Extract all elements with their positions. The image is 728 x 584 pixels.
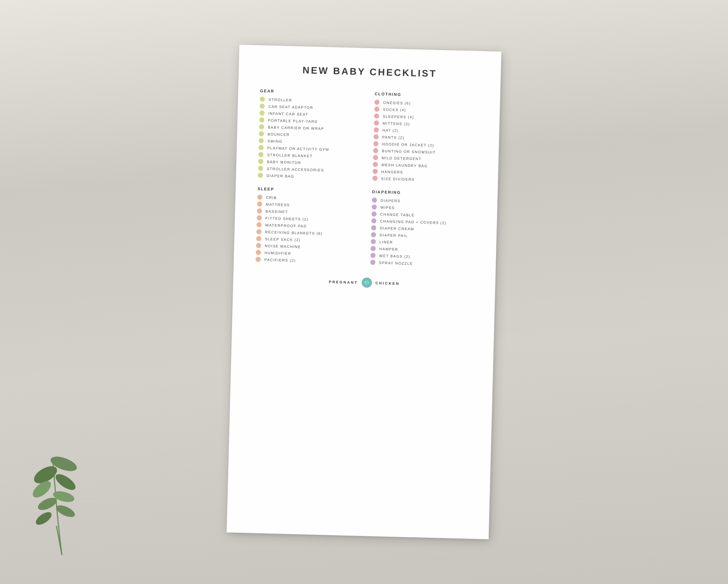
- checkbox-dot: [259, 117, 264, 122]
- checkbox-dot: [370, 253, 375, 258]
- list-item: PLAYMAT OR ACTIVITY GYM: [258, 145, 362, 153]
- clothing-list: ONESIES (6) SOCKS (4) SLEEPERS (4) MITTE…: [372, 100, 478, 184]
- list-item: DIAPER PAIL: [371, 232, 475, 240]
- item-label: HUMIDIFIER: [265, 250, 292, 255]
- right-column: CLOTHING ONESIES (6) SOCKS (4) SLEEPERS …: [370, 92, 478, 269]
- checkbox-dot: [372, 197, 377, 202]
- list-item: CRIB: [257, 194, 361, 202]
- checkbox-dot: [371, 211, 376, 216]
- brand-icon: [361, 277, 372, 288]
- checkbox-dot: [257, 222, 262, 227]
- item-label: BOUNCER: [268, 132, 290, 137]
- item-label: LINER: [379, 240, 393, 244]
- item-label: HANGERS: [381, 170, 403, 174]
- checkbox-dot: [257, 194, 262, 200]
- checkbox-dot: [260, 110, 265, 115]
- item-label: PORTABLE PLAY-YARD: [268, 118, 318, 123]
- checkbox-dot: [373, 141, 378, 146]
- list-item: SWING: [259, 138, 363, 146]
- item-label: INFANT CAR SEAT: [268, 111, 308, 116]
- checkbox-dot: [371, 232, 376, 237]
- columns-container: GEAR STROLLER CAR SEAT ADAPTOR INFANT CA…: [256, 88, 478, 269]
- gear-list: STROLLER CAR SEAT ADAPTOR INFANT CAR SEA…: [258, 96, 364, 180]
- list-item: SPRAY NOZZLE: [370, 260, 474, 267]
- checkbox-dot: [371, 239, 376, 244]
- checkbox-dot: [256, 229, 261, 234]
- checkbox-dot: [373, 169, 378, 174]
- svg-point-3: [53, 471, 78, 493]
- checkbox-dot: [373, 134, 379, 139]
- footer-text-right: CHICKEN: [375, 281, 400, 285]
- checkbox-dot: [258, 173, 263, 178]
- list-item: BASSINET: [257, 208, 361, 216]
- checkbox-dot: [257, 215, 262, 220]
- item-label: ONESIES (6): [383, 100, 411, 105]
- checkbox-dot: [374, 100, 379, 105]
- list-item: PORTABLE PLAY-YARD: [259, 117, 363, 125]
- checkbox-dot: [259, 131, 264, 136]
- checkbox-dot: [259, 124, 264, 129]
- checkbox-dot: [373, 148, 378, 153]
- svg-point-6: [34, 510, 54, 527]
- checkbox-dot: [371, 218, 376, 223]
- item-label: SWING: [268, 139, 283, 143]
- list-item: INFANT CAR SEAT: [260, 110, 363, 118]
- list-item: MESH LAUNDRY BAG: [373, 162, 476, 170]
- item-label: MILD DETERGENT: [382, 156, 422, 161]
- section-title-diapering: DIAPERING: [372, 189, 476, 196]
- item-label: SPRAY NOZZLE: [379, 261, 413, 265]
- list-item: BABY MONITOR: [258, 159, 362, 166]
- checkbox-dot: [257, 201, 262, 206]
- item-label: STROLLER: [269, 97, 292, 102]
- list-item: NOISE MACHINE: [256, 243, 360, 250]
- list-item: SOCKS (4): [374, 107, 478, 114]
- list-item: BUNTING OR SNOWSUIT: [373, 148, 477, 156]
- checkbox-dot: [370, 260, 375, 265]
- checkbox-dot: [373, 155, 378, 160]
- checkbox-dot: [260, 96, 265, 102]
- checkbox-dot: [256, 236, 261, 241]
- list-item: MATTRESS: [257, 201, 361, 209]
- item-label: SOCKS (4): [383, 107, 406, 112]
- list-item: RECEIVING BLANKETS (6): [256, 229, 360, 237]
- item-label: CRIB: [266, 195, 277, 200]
- item-label: HAT (2): [383, 128, 399, 133]
- item-label: STROLLER BLANKET: [267, 153, 313, 158]
- list-item: BOUNCER: [259, 131, 363, 139]
- list-item: WATERPROOF PAD: [257, 222, 360, 230]
- checkbox-dot: [260, 103, 265, 108]
- list-item: ONESIES (6): [374, 100, 478, 107]
- item-label: HOODIE OR JACKET (2): [382, 142, 434, 147]
- list-item: CAR SEAT ADAPTOR: [260, 103, 363, 111]
- item-label: HAMPER: [379, 247, 398, 251]
- checkbox-dot: [374, 114, 379, 119]
- footer-text-left: PREGNANT: [329, 280, 358, 284]
- list-item: HUMIDIFIER: [256, 250, 360, 257]
- item-label: PLAYMAT OR ACTIVITY GYM: [267, 146, 329, 151]
- item-label: RECEIVING BLANKETS (6): [265, 230, 323, 235]
- checkbox-dot: [259, 138, 264, 143]
- checkbox-dot: [371, 225, 376, 230]
- list-item: CHANGE TABLE: [371, 211, 475, 219]
- checkbox-dot: [258, 166, 263, 171]
- list-item: HAMPER: [371, 246, 474, 253]
- item-label: CHANGING PAD + COVERS (2): [380, 219, 447, 225]
- section-title-sleep: SLEEP: [257, 186, 361, 193]
- item-label: MESH LAUNDRY BAG: [381, 163, 428, 168]
- checkbox-dot: [371, 246, 376, 251]
- item-label: BASSINET: [266, 209, 288, 214]
- item-label: PACIFIERS (2): [264, 257, 296, 262]
- list-item: HOODIE OR JACKET (2): [373, 141, 477, 149]
- item-label: WATERPROOF PAD: [265, 223, 307, 228]
- left-column: GEAR STROLLER CAR SEAT ADAPTOR INFANT CA…: [256, 88, 364, 266]
- checkbox-dot: [258, 159, 263, 164]
- checkbox-dot: [258, 145, 264, 150]
- item-label: BUNTING OR SNOWSUIT: [382, 149, 436, 154]
- list-item: MILD DETERGENT: [373, 155, 476, 163]
- footer: PREGNANT CHICKEN: [255, 275, 474, 291]
- section-title-clothing: CLOTHING: [375, 92, 478, 99]
- item-label: FITTED SHEETS (2): [265, 216, 309, 221]
- list-item: STROLLER ACCESSORIES: [258, 166, 362, 173]
- list-item: HANGERS: [373, 169, 476, 177]
- checkbox-dot: [257, 208, 262, 213]
